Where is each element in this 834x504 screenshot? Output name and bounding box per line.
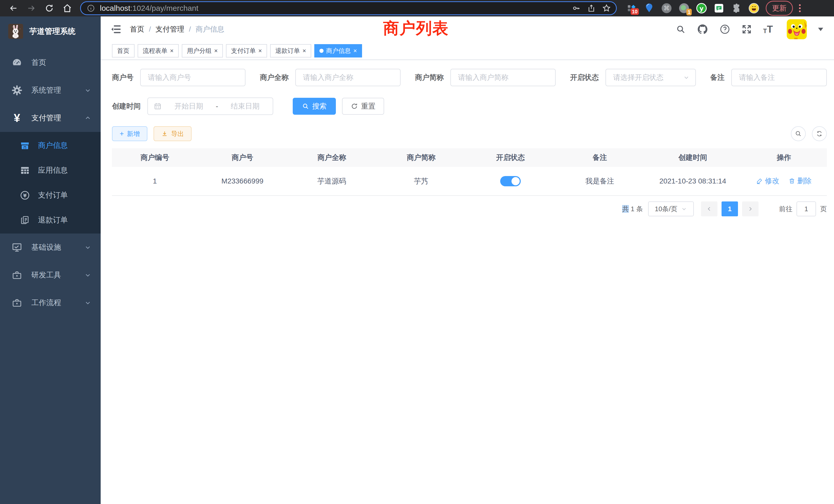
- filter-row-2: 创建时间 开始日期 - 结束日期 搜索 重置: [112, 97, 827, 115]
- sidebar-item-label: 退款订单: [38, 215, 68, 225]
- extension-circle-icon[interactable]: 1: [678, 3, 690, 14]
- sidebar-item-pay-order[interactable]: ¥ 支付订单: [0, 183, 101, 208]
- total-count: 共 1 条: [622, 205, 643, 213]
- export-button[interactable]: 导出: [154, 126, 192, 141]
- fullscreen-icon[interactable]: [742, 24, 752, 35]
- goto-page-input[interactable]: [796, 202, 816, 216]
- tab-merchant-info[interactable]: 商户信息×: [314, 44, 362, 58]
- page-number-1[interactable]: 1: [722, 202, 738, 216]
- font-size-icon[interactable]: TT: [763, 24, 773, 34]
- password-key-icon[interactable]: [572, 4, 580, 13]
- pagination: 共 1 条 10条/页 1 前往 页: [112, 202, 827, 216]
- tab-refund-order[interactable]: 退款订单×: [270, 44, 311, 58]
- bookmark-star-icon[interactable]: [602, 4, 611, 13]
- edit-link[interactable]: 修改: [756, 176, 779, 186]
- add-button[interactable]: + 新增: [112, 126, 147, 141]
- filter-status: 开启状态 请选择开启状态: [570, 69, 696, 86]
- site-info-icon[interactable]: [86, 3, 96, 13]
- sidebar-menu: 首页 系统管理 ¥ 支付管理: [0, 49, 101, 317]
- refresh-table-button[interactable]: [812, 126, 827, 141]
- extension-emoji-icon[interactable]: [748, 3, 760, 14]
- show-search-toggle-button[interactable]: [791, 126, 806, 141]
- merchant-no-input[interactable]: [140, 69, 245, 86]
- sidebar-logo[interactable]: 芋道管理系统: [0, 17, 101, 46]
- date-range-input[interactable]: 开始日期 - 结束日期: [147, 97, 273, 115]
- col-full-name: 商户全称: [287, 148, 376, 167]
- user-avatar[interactable]: [787, 19, 807, 39]
- sidebar-item-label: 应用信息: [38, 165, 68, 176]
- search-button[interactable]: 搜索: [293, 98, 336, 115]
- help-icon[interactable]: [720, 24, 730, 35]
- breadcrumb-home[interactable]: 首页: [130, 24, 144, 34]
- sidebar-item-app-info[interactable]: 应用信息: [0, 158, 101, 183]
- extension-blocks-icon[interactable]: 10: [626, 3, 637, 14]
- sidebar-item-workflow[interactable]: 工作流程: [0, 289, 101, 317]
- sidebar-item-merchant-info[interactable]: 商户信息: [0, 133, 101, 158]
- tab-pay-order[interactable]: 支付订单×: [226, 44, 267, 58]
- close-icon[interactable]: ×: [214, 47, 218, 54]
- sidebar-item-system[interactable]: 系统管理: [0, 76, 101, 104]
- extension-chat-icon[interactable]: [713, 3, 725, 14]
- chevron-down-icon: [84, 87, 91, 94]
- next-page-button[interactable]: [742, 202, 759, 216]
- delete-link[interactable]: 删除: [789, 176, 812, 186]
- extension-y-icon[interactable]: y: [696, 3, 707, 14]
- col-remark: 备注: [555, 148, 644, 167]
- breadcrumb-pay: 支付管理: [156, 24, 184, 34]
- browser-back-icon[interactable]: [6, 2, 21, 15]
- tab-user-group[interactable]: 用户分组×: [182, 44, 223, 58]
- tags-view: 首页 流程表单× 用户分组× 支付订单× 退款订单× 商户信息×: [101, 42, 834, 60]
- sidebar-item-devtools[interactable]: 研发工具: [0, 261, 101, 289]
- close-icon[interactable]: ×: [353, 47, 357, 54]
- navbar-actions: TT: [676, 19, 834, 39]
- github-icon[interactable]: [697, 24, 708, 35]
- sidebar-collapse-icon[interactable]: [108, 21, 124, 37]
- col-status: 开启状态: [466, 148, 555, 167]
- search-icon[interactable]: [676, 24, 686, 34]
- briefcase-icon: [11, 270, 23, 280]
- sidebar-item-infra[interactable]: 基础设施: [0, 233, 101, 261]
- close-icon[interactable]: ×: [303, 47, 306, 54]
- tab-process-form[interactable]: 流程表单×: [138, 44, 179, 58]
- browser-menu-icon[interactable]: [798, 4, 802, 13]
- full-name-input[interactable]: [295, 69, 400, 86]
- sidebar-item-label: 支付订单: [38, 190, 68, 201]
- status-select[interactable]: 请选择开启状态: [606, 69, 696, 86]
- short-name-input[interactable]: [451, 69, 556, 86]
- sidebar-item-label: 支付管理: [31, 113, 61, 123]
- extension-balloon-icon[interactable]: [643, 3, 655, 14]
- breadcrumb-separator: /: [149, 25, 151, 33]
- cell-create-time: 2021-10-23 08:31:14: [644, 167, 741, 196]
- close-icon[interactable]: ×: [170, 47, 174, 54]
- status-toggle[interactable]: [500, 176, 521, 186]
- browser-reload-icon[interactable]: [42, 2, 57, 15]
- extension-command-icon[interactable]: ⌘: [661, 3, 672, 14]
- logo-rabbit-image: [8, 24, 23, 39]
- prev-page-button[interactable]: [701, 202, 718, 216]
- red-annotation-title: 商户列表: [383, 18, 449, 39]
- col-merchant-no: 商户号: [198, 148, 287, 167]
- range-separator: -: [216, 102, 218, 110]
- tab-home[interactable]: 首页: [112, 44, 135, 58]
- sidebar-item-refund-order[interactable]: 退款订单: [0, 208, 101, 232]
- address-bar[interactable]: localhost:1024/pay/merchant: [80, 1, 617, 15]
- end-date-placeholder: 结束日期: [223, 101, 267, 111]
- reset-button[interactable]: 重置: [342, 98, 384, 115]
- avatar-caret-icon[interactable]: [818, 28, 823, 31]
- browser-update-button[interactable]: 更新: [766, 1, 793, 16]
- close-icon[interactable]: ×: [258, 47, 262, 54]
- breadcrumb: 首页 / 支付管理 / 商户信息: [130, 24, 224, 34]
- extension-puzzle-icon[interactable]: [731, 3, 742, 14]
- url-text: localhost:1024/pay/merchant: [100, 4, 568, 13]
- page-size-select[interactable]: 10条/页: [648, 202, 694, 216]
- browser-home-icon[interactable]: [60, 2, 74, 15]
- share-icon[interactable]: [587, 4, 595, 12]
- table-row: 1 M233666999 芋道源码 芋艿 我是备注 2021-10-23 08:…: [112, 167, 827, 196]
- remark-input[interactable]: [731, 69, 827, 86]
- sidebar-item-home[interactable]: 首页: [0, 49, 101, 76]
- chevron-down-icon: [84, 299, 91, 306]
- pay-submenu: 商户信息 应用信息 ¥ 支付订单: [0, 132, 101, 233]
- browser-forward-icon[interactable]: [24, 2, 39, 15]
- active-dot: [320, 49, 324, 53]
- sidebar-item-pay[interactable]: ¥ 支付管理: [0, 104, 101, 132]
